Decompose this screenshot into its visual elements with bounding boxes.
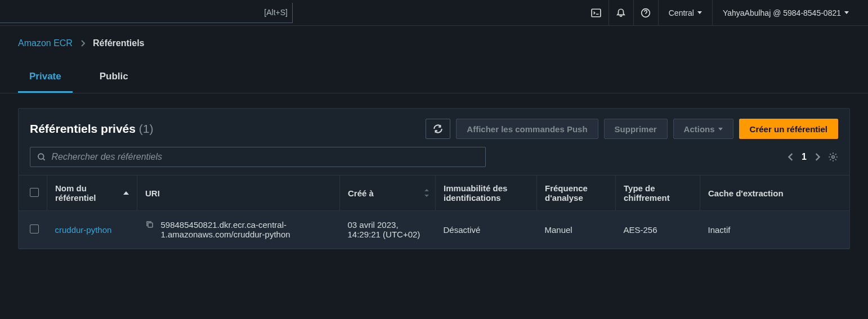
search-shortcut-hint: [Alt+S] — [264, 8, 288, 17]
panel-header: Référentiels privés (1) Afficher les com… — [19, 109, 849, 147]
chevron-down-icon — [844, 11, 849, 14]
breadcrumb-current: Référentiels — [93, 38, 145, 48]
panel-title: Référentiels privés (1) — [30, 122, 153, 136]
delete-button[interactable]: Supprimer — [604, 119, 668, 139]
next-page-icon[interactable] — [815, 153, 820, 161]
repository-name-link[interactable]: cruddur-python — [55, 225, 112, 235]
chevron-down-icon — [697, 11, 702, 14]
sort-icon[interactable] — [422, 190, 427, 196]
encryption-value: AES-256 — [616, 211, 700, 249]
col-uri: URI — [145, 188, 160, 198]
breadcrumb-service-link[interactable]: Amazon ECR — [18, 38, 73, 48]
topbar-right-controls: Central YahyaAbulhaj @ 5984-8545-0821 — [584, 0, 859, 26]
repositories-panel: Référentiels privés (1) Afficher les com… — [18, 108, 850, 249]
pagination: 1 — [788, 152, 838, 162]
refresh-button[interactable] — [426, 119, 450, 139]
visibility-tabs: Private Public — [0, 63, 868, 93]
account-menu[interactable]: YahyaAbulhaj @ 5984-8545-0821 — [712, 0, 859, 26]
chevron-right-icon — [80, 40, 85, 47]
chevron-down-icon — [718, 128, 723, 131]
search-input[interactable] — [51, 152, 478, 162]
search-icon — [37, 152, 46, 161]
create-repository-button[interactable]: Créer un référentiel — [739, 119, 838, 139]
cloudshell-icon[interactable] — [584, 0, 609, 26]
panel-count: (1) — [139, 122, 154, 135]
col-created: Créé à — [348, 188, 374, 198]
prev-page-icon[interactable] — [788, 153, 794, 161]
svg-point-3 — [832, 156, 835, 159]
actions-dropdown[interactable]: Actions — [673, 119, 733, 139]
row-checkbox[interactable] — [30, 224, 39, 233]
col-name: Nom du référentiel — [55, 183, 115, 203]
repository-uri: 598485450821.dkr.ecr.ca-central-1.amazon… — [161, 220, 332, 239]
scan-freq-value: Manuel — [537, 211, 616, 249]
table-settings-icon[interactable] — [828, 152, 838, 162]
copy-icon[interactable] — [145, 220, 154, 229]
tab-public[interactable]: Public — [88, 63, 140, 93]
col-scan-freq: Fréquence d'analyse — [545, 183, 588, 203]
immutability-value: Désactivé — [436, 211, 537, 249]
repositories-table: Nom du référentiel URI Créé à Immuabilit… — [19, 175, 849, 249]
breadcrumb: Amazon ECR Référentiels — [0, 26, 868, 48]
panel-title-text: Référentiels privés — [30, 122, 136, 135]
select-all-checkbox[interactable] — [30, 188, 39, 197]
repository-search[interactable] — [30, 147, 486, 167]
panel-actions: Afficher les commandes Push Supprimer Ac… — [426, 119, 838, 139]
tab-private[interactable]: Private — [18, 63, 73, 93]
created-at: 03 avril 2023, 14:29:21 (UTC+02) — [340, 211, 436, 249]
svg-rect-0 — [592, 9, 601, 17]
sort-asc-icon[interactable] — [123, 191, 129, 195]
svg-point-2 — [38, 154, 44, 159]
notifications-icon[interactable] — [609, 0, 633, 26]
top-navigation-bar: [Alt+S] Central YahyaAbulhaj @ 5984-8545… — [0, 0, 868, 26]
actions-label: Actions — [684, 124, 715, 134]
col-pull-cache: Cache d'extraction — [708, 188, 784, 198]
table-row: cruddur-python 598485450821.dkr.ecr.ca-c… — [19, 211, 849, 249]
view-push-commands-button[interactable]: Afficher les commandes Push — [456, 119, 598, 139]
region-label: Central — [669, 8, 694, 17]
refresh-icon — [433, 124, 443, 134]
pull-cache-value: Inactif — [700, 211, 850, 249]
global-search[interactable]: [Alt+S] — [0, 3, 293, 23]
region-selector[interactable]: Central — [658, 0, 712, 26]
col-immutability: Immuabilité des identifications — [444, 183, 507, 203]
search-pagination-row: 1 — [19, 147, 849, 175]
col-encryption: Type de chiffrement — [624, 183, 670, 203]
page-number: 1 — [802, 152, 807, 162]
svg-rect-4 — [148, 223, 153, 227]
help-icon[interactable] — [633, 0, 658, 26]
account-label: YahyaAbulhaj @ 5984-8545-0821 — [723, 8, 841, 17]
